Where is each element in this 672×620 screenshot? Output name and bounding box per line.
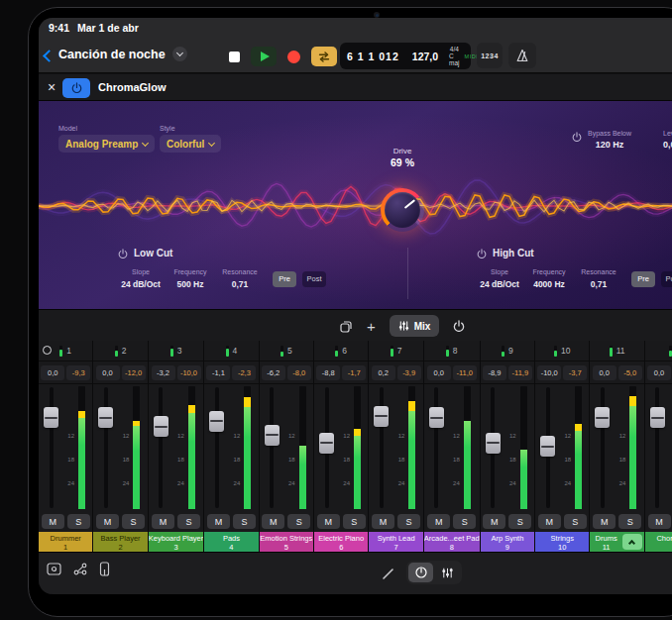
fader-cap[interactable] xyxy=(98,407,113,428)
fader-cap[interactable] xyxy=(486,433,501,454)
mute-button[interactable]: M xyxy=(648,514,671,529)
level-control[interactable]: Level 0,0 xyxy=(663,129,672,151)
song-title-group[interactable]: Canción de noche xyxy=(58,47,187,61)
fader-cap[interactable] xyxy=(374,406,389,427)
strip-volume-value[interactable]: 0,0 xyxy=(41,365,64,380)
fader-cap[interactable] xyxy=(209,411,224,432)
fader-cap[interactable] xyxy=(540,436,555,457)
mute-button[interactable]: M xyxy=(593,514,616,529)
solo-button[interactable]: S xyxy=(287,514,310,529)
strip-volume-value[interactable]: 0,2 xyxy=(372,365,395,380)
cycle-button[interactable] xyxy=(311,47,337,66)
strip-volume-value[interactable]: -3,2 xyxy=(152,365,175,380)
duplicate-button[interactable] xyxy=(340,320,353,333)
bypass-power-icon[interactable] xyxy=(572,132,582,151)
mixer-power-button[interactable] xyxy=(453,320,465,332)
low-cut-slope[interactable]: Slope 24 dB/Oct xyxy=(118,267,164,290)
solo-button[interactable]: S xyxy=(233,514,256,529)
strip-monitor-icon[interactable] xyxy=(43,346,52,355)
high-cut-slope[interactable]: Slope 24 dB/Oct xyxy=(477,267,522,290)
solo-button[interactable]: S xyxy=(67,514,90,529)
back-chevron-icon[interactable] xyxy=(43,50,56,62)
strip-peak-value[interactable]: -3,7 xyxy=(563,365,587,380)
routing-icon[interactable] xyxy=(73,563,87,575)
solo-button[interactable]: S xyxy=(343,514,366,529)
solo-button[interactable]: S xyxy=(177,514,200,529)
add-track-button[interactable]: + xyxy=(367,319,376,334)
strip-volume-value[interactable]: -1,1 xyxy=(206,365,230,380)
fader-track[interactable] xyxy=(265,384,280,511)
strip-volume-value[interactable]: 0,0 xyxy=(427,365,451,380)
high-cut-post-button[interactable]: Post xyxy=(661,271,672,287)
fader-track[interactable] xyxy=(98,384,113,511)
strip-peak-value[interactable]: -10,0 xyxy=(177,365,201,380)
solo-button[interactable]: S xyxy=(397,514,420,529)
browser-icon[interactable] xyxy=(47,563,61,575)
controls-view-button[interactable] xyxy=(408,563,433,582)
mute-button[interactable]: M xyxy=(152,514,174,529)
fader-cap[interactable] xyxy=(650,407,665,428)
song-menu-button[interactable] xyxy=(172,47,187,61)
strip-volume-value[interactable]: -6,2 xyxy=(262,365,285,380)
strip-volume-value[interactable]: 0,0 xyxy=(593,365,616,380)
strip-peak-value[interactable]: -12,0 xyxy=(122,365,146,380)
fader-cap[interactable] xyxy=(429,407,444,428)
fader-track[interactable] xyxy=(154,384,168,511)
close-plugin-button[interactable]: × xyxy=(44,79,59,95)
high-cut-pre-button[interactable]: Pre xyxy=(631,271,655,287)
low-cut-pre-button[interactable]: Pre xyxy=(273,271,296,287)
high-cut-resonance[interactable]: Resonance 0,71 xyxy=(576,267,621,290)
solo-button[interactable]: S xyxy=(453,514,476,529)
lcd-display[interactable]: 6 1 1 012 127,0 4/4 C maj MIDI xyxy=(340,43,471,69)
fader-track[interactable] xyxy=(429,384,444,511)
fader-cap[interactable] xyxy=(319,433,334,454)
mute-button[interactable]: M xyxy=(96,514,119,529)
track-label[interactable]: Drums 11 xyxy=(590,532,643,552)
strip-peak-value[interactable]: -8,0 xyxy=(287,365,311,380)
fader-cap[interactable] xyxy=(595,407,610,428)
strip-volume-value[interactable]: 0,0 xyxy=(647,365,671,380)
mute-button[interactable]: M xyxy=(483,514,505,529)
strip-peak-value[interactable]: -11,9 xyxy=(508,365,532,380)
fader-track[interactable] xyxy=(540,384,555,511)
fader-cap[interactable] xyxy=(265,425,280,446)
low-cut-frequency[interactable]: Frequency 500 Hz xyxy=(168,267,213,290)
strip-volume-value[interactable]: -10,0 xyxy=(537,365,561,380)
model-control[interactable]: Model Analog Preamp xyxy=(58,125,155,153)
mute-button[interactable]: M xyxy=(372,514,394,529)
record-button[interactable] xyxy=(287,51,300,63)
track-label[interactable]: Chorus V xyxy=(645,532,672,552)
expand-button[interactable] xyxy=(622,534,642,550)
track-label[interactable]: Bass Player 2 xyxy=(93,532,147,552)
fader-track[interactable] xyxy=(650,384,665,511)
track-label[interactable]: Emotion Strings 5 xyxy=(260,532,313,552)
low-cut-power-icon[interactable] xyxy=(118,249,128,258)
track-label[interactable]: Keyboard Player 3 xyxy=(149,532,203,552)
low-cut-post-button[interactable]: Post xyxy=(302,271,326,287)
solo-button[interactable]: S xyxy=(122,514,145,529)
strip-peak-value[interactable]: -1,7 xyxy=(342,365,366,380)
fader-track[interactable] xyxy=(595,384,610,511)
solo-button[interactable]: S xyxy=(508,514,531,529)
play-button[interactable] xyxy=(251,47,277,66)
mute-button[interactable]: M xyxy=(317,514,340,529)
fader-cap[interactable] xyxy=(44,407,58,428)
track-label[interactable]: Strings 10 xyxy=(535,532,589,552)
strip-volume-value[interactable]: -8,9 xyxy=(483,365,506,380)
track-label[interactable]: Arp Synth 9 xyxy=(481,532,534,552)
strip-peak-value[interactable]: -2,3 xyxy=(232,365,256,380)
strip-volume-value[interactable]: 0,0 xyxy=(96,365,120,380)
high-cut-frequency[interactable]: Frequency 4000 Hz xyxy=(526,267,572,290)
fader-track[interactable] xyxy=(319,384,334,511)
mix-view-button[interactable]: Mix xyxy=(390,315,440,337)
faders-view-button[interactable] xyxy=(435,563,460,582)
draw-tool-icon[interactable] xyxy=(382,568,394,580)
mute-button[interactable]: M xyxy=(42,514,64,529)
style-control[interactable]: Style Colorful xyxy=(160,125,221,153)
track-label[interactable]: Pads 4 xyxy=(204,532,258,552)
stop-button[interactable] xyxy=(229,52,240,62)
strip-peak-value[interactable]: -5,0 xyxy=(618,365,642,380)
track-label[interactable]: Synth Lead 7 xyxy=(369,532,422,552)
mute-button[interactable]: M xyxy=(427,514,450,529)
mute-button[interactable]: M xyxy=(262,514,284,529)
